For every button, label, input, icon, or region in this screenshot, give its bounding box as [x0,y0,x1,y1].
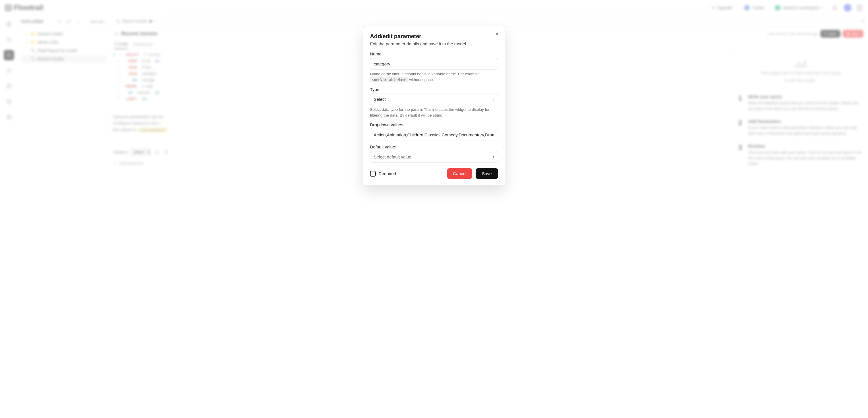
modal-overlay[interactable]: Add/edit parameter Edit the parameter de… [0,0,868,418]
cancel-button[interactable]: Cancel [447,168,472,179]
dropdown-values-label: Dropdown values: [370,122,498,127]
dropdown-values-input[interactable] [370,129,498,140]
modal-title: Add/edit parameter [370,33,498,40]
default-value-label: Default value: [370,144,498,149]
name-label: Name: [370,51,498,56]
save-button[interactable]: Save [476,168,498,179]
default-value-select[interactable]: Select default value [370,151,498,162]
parameter-modal: Add/edit parameter Edit the parameter de… [363,26,505,185]
modal-close-button[interactable] [493,31,500,38]
type-label: Type: [370,87,498,92]
close-icon [495,32,499,36]
modal-subtitle: Edit the parameter details and save it t… [370,41,498,46]
required-label: Required [379,171,396,176]
required-checkbox[interactable] [370,171,376,177]
name-help: Name of the filter. It should be valid v… [370,71,498,83]
type-help: Select data type for the param. This ind… [370,107,498,119]
type-select[interactable]: Select [370,94,498,105]
name-input[interactable] [370,58,498,69]
